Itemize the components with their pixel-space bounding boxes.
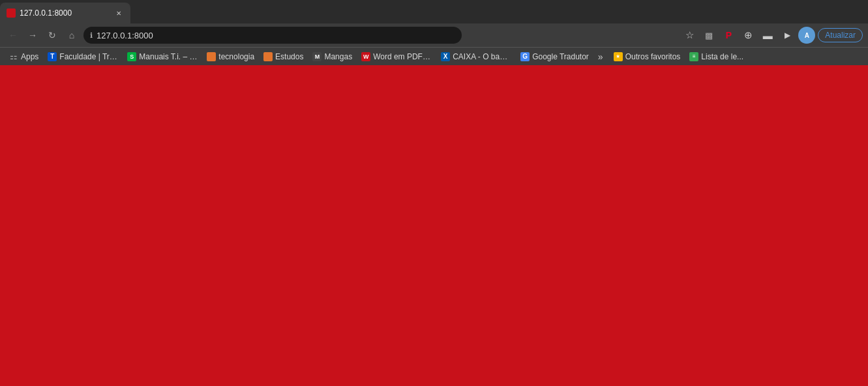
new-tab-icon[interactable]: ⊕: [740, 27, 756, 44]
home-button[interactable]: ⌂: [64, 27, 80, 43]
bookmarks-bar: ⚏ Apps T Faculdade | Trello S Manuais T.…: [0, 47, 868, 65]
suporte-favicon: S: [127, 52, 136, 61]
bookmark-trello-label: Faculdade | Trello: [59, 52, 118, 61]
tab-bar: 127.0.0.1:8000 ✕: [0, 0, 868, 23]
bookmark-mangas-label: Mangas: [324, 52, 352, 61]
bookmark-estudos-label: Estudos: [275, 52, 303, 61]
tab-close-button[interactable]: ✕: [113, 8, 124, 18]
tab-title: 127.0.0.1:8000: [20, 8, 110, 18]
word-favicon: W: [361, 52, 370, 61]
mangas-favicon: M: [312, 52, 322, 61]
address-input-wrap[interactable]: ℹ 127.0.0.1:8000: [83, 27, 462, 44]
bookmark-outros[interactable]: ★ Outros favoritos: [610, 50, 685, 63]
tab-favicon: [7, 8, 16, 18]
google-meet-icon[interactable]: ▩: [700, 27, 717, 44]
extensions-icon[interactable]: ▬: [759, 27, 776, 44]
address-bar: ← → ↻ ⌂ ℹ 127.0.0.1:8000 ☆ ▩ P ⊕ ▬ ▶ A A…: [0, 23, 868, 47]
google-favicon: G: [520, 52, 530, 61]
bookmark-tecnologia[interactable]: tecnologia: [203, 50, 258, 63]
bookmark-word-label: Word em PDF - Co...: [373, 52, 432, 61]
page-content: [0, 65, 868, 386]
bookmark-tecnologia-label: tecnologia: [218, 52, 254, 61]
outros-favicon: ★: [614, 52, 623, 61]
tecnologia-favicon: [207, 52, 216, 61]
reload-button[interactable]: ↻: [44, 27, 60, 43]
bookmark-lista-label: Lista de le...: [701, 52, 743, 61]
lista-favicon: ≡: [689, 52, 698, 61]
bookmark-word[interactable]: W Word em PDF - Co...: [357, 50, 436, 63]
bookmark-lista[interactable]: ≡ Lista de le...: [685, 50, 747, 63]
trello-favicon: T: [48, 52, 57, 61]
bookmark-estudos[interactable]: Estudos: [260, 50, 307, 63]
bookmark-mangas[interactable]: M Mangas: [308, 50, 356, 63]
bookmark-google[interactable]: G Google Tradutor: [516, 50, 593, 63]
profile-button[interactable]: A: [798, 27, 815, 44]
bookmark-star-icon[interactable]: ☆: [681, 27, 698, 44]
bookmark-caixa-label: CAIXA - O banco q...: [453, 52, 511, 61]
update-button[interactable]: Atualizar: [818, 28, 863, 42]
back-button[interactable]: ←: [5, 27, 21, 43]
address-display: 127.0.0.1:8000: [97, 31, 455, 40]
bookmark-outros-label: Outros favoritos: [625, 52, 681, 61]
bookmark-google-label: Google Tradutor: [532, 52, 589, 61]
media-icon[interactable]: ▶: [779, 27, 796, 44]
browser-chrome: 127.0.0.1:8000 ✕ ← → ↻ ⌂ ℹ 127.0.0.1:800…: [0, 0, 868, 65]
bookmark-apps-label: Apps: [21, 52, 38, 61]
caixa-favicon: X: [441, 52, 450, 61]
bookmark-suporte-label: Manuais T.i. – Hom...: [139, 52, 198, 61]
info-icon: ℹ: [90, 31, 93, 40]
bookmark-trello[interactable]: T Faculdade | Trello: [44, 50, 122, 63]
pinterest-icon[interactable]: P: [720, 27, 737, 44]
bookmark-apps[interactable]: ⚏ Apps: [5, 50, 42, 63]
forward-button[interactable]: →: [25, 27, 40, 43]
active-tab[interactable]: 127.0.0.1:8000 ✕: [0, 3, 130, 23]
bookmarks-overflow-button[interactable]: »: [594, 50, 607, 63]
estudos-favicon: [263, 52, 273, 61]
bookmark-suporte[interactable]: S Manuais T.i. – Hom...: [123, 50, 202, 63]
bookmark-caixa[interactable]: X CAIXA - O banco q...: [437, 50, 515, 63]
apps-favicon: ⚏: [9, 52, 18, 61]
toolbar-right: ☆ ▩ P ⊕ ▬ ▶ A Atualizar: [681, 27, 863, 44]
